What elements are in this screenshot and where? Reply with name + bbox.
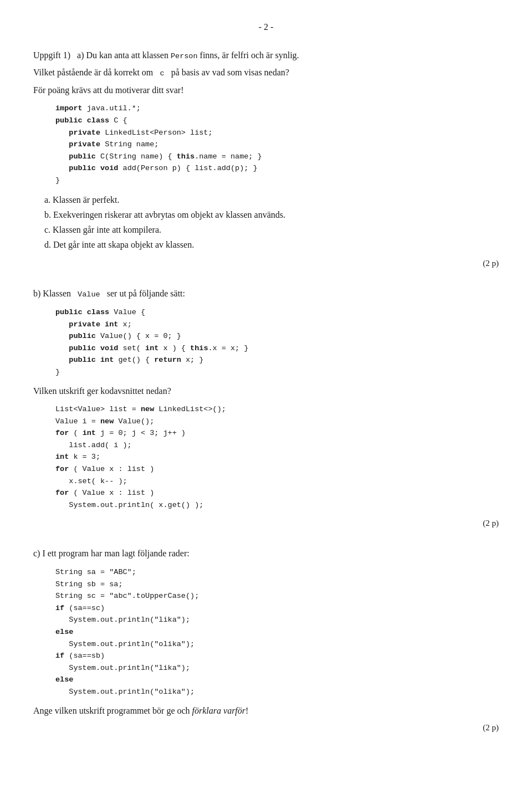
- part-c-question: Ange vilken utskrift programmet bör ge o…: [33, 704, 499, 718]
- option-a: a. Klassen är perfekt.: [44, 192, 499, 207]
- part-a-intro: Uppgift 1) a) Du kan anta att klassen Pe…: [33, 49, 499, 62]
- part-a-line2: Vilket påstående är då korrekt om c på b…: [33, 65, 499, 80]
- part-c-intro: c) I ett program har man lagt följande r…: [33, 546, 499, 561]
- part-a: Uppgift 1) a) Du kan anta att klassen Pe…: [33, 49, 499, 270]
- part-b-question: Vilken utskrift ger kodavsnittet nedan?: [33, 384, 499, 398]
- part-b-code-snippet: List<Value> list = new LinkedList<>(); V…: [55, 403, 499, 511]
- part-b-points: (2 p): [33, 516, 499, 530]
- option-c: c. Klassen går inte att kompilera.: [44, 222, 499, 237]
- part-a-line3: För poäng krävs att du motiverar ditt sv…: [33, 83, 499, 98]
- part-c: c) I ett program har man lagt följande r…: [33, 546, 499, 734]
- page-header: - 2 -: [33, 22, 499, 32]
- task-section: Uppgift 1) a) Du kan anta att klassen Pe…: [33, 49, 499, 734]
- part-b-code-class: public class Value { private int x; publ…: [55, 306, 499, 378]
- option-b: b. Exekveringen riskerar att avbrytas om…: [44, 207, 499, 222]
- part-a-points: (2 p): [33, 257, 499, 270]
- part-a-code: import java.util.*; public class C { pri…: [55, 103, 499, 186]
- part-b-intro: b) Klassen Value ser ut på följande sätt…: [33, 286, 499, 301]
- option-d: d. Det går inte att skapa objekt av klas…: [44, 237, 499, 252]
- part-b: b) Klassen Value ser ut på följande sätt…: [33, 286, 499, 530]
- part-a-options: a. Klassen är perfekt. b. Exekveringen r…: [44, 192, 499, 253]
- part-c-code-snippet: String sa = "ABC"; String sb = sa; Strin…: [55, 566, 499, 698]
- part-c-points: (2 p): [33, 721, 499, 734]
